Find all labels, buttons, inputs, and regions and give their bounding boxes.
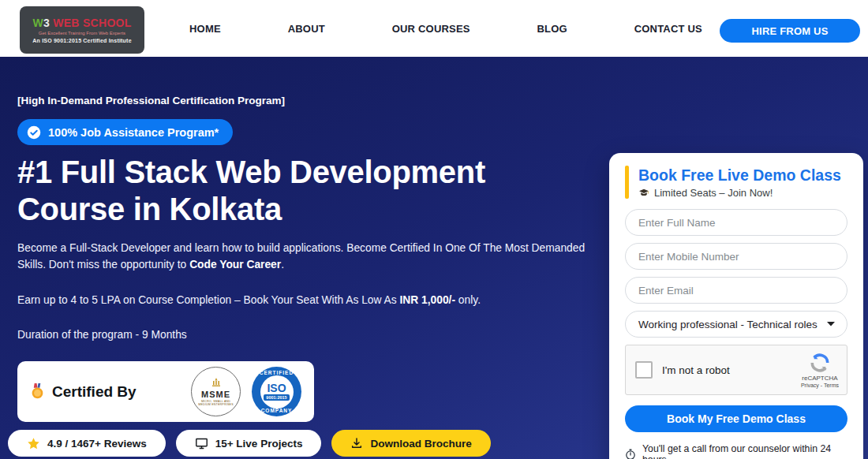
live-projects-label: 15+ Live Projects bbox=[215, 438, 303, 450]
download-brochure-label: Download Brochure bbox=[370, 438, 471, 450]
book-demo-submit-button[interactable]: Book My Free Demo Class bbox=[625, 405, 847, 432]
hire-from-us-button[interactable]: HIRE FROM US bbox=[720, 19, 860, 43]
recaptcha-brand-text: reCAPTCHA bbox=[802, 375, 837, 382]
msme-badge: MSME MICRO, SMALL AND MEDIUM ENTERPRISES bbox=[191, 367, 241, 416]
certified-by-label: Certified By bbox=[52, 383, 137, 401]
nav-item-blog[interactable]: BLOG bbox=[537, 23, 567, 35]
medal-icon bbox=[30, 383, 45, 400]
recaptcha-label: I'm not a robot bbox=[662, 364, 730, 376]
certified-by-card: Certified By MSME MICRO, SMALL AND MEDIU… bbox=[17, 361, 314, 422]
job-assistance-badge[interactable]: 100% Job Assistance Program* bbox=[17, 119, 233, 145]
check-circle-icon bbox=[27, 125, 41, 140]
hero-paragraph-1: Become a Full-Stack Developer and learn … bbox=[17, 241, 608, 274]
form-fields: Working professional - Technical roles I… bbox=[625, 209, 847, 459]
recaptcha-logo-icon bbox=[810, 353, 830, 373]
form-header: Book Free Live Demo Class Limited Seats … bbox=[625, 166, 847, 199]
main-nav: HOME ABOUT OUR COURSES BLOG CONTACT US bbox=[189, 0, 702, 57]
logo-iso-line: An ISO 9001:2015 Certified Institute bbox=[32, 38, 131, 43]
star-icon bbox=[27, 437, 40, 450]
form-subtitle-row: Limited Seats – Join Now! bbox=[638, 187, 841, 199]
reviews-label: 4.9 / 1467+ Reviews bbox=[47, 438, 147, 450]
recaptcha-branding: reCAPTCHA Privacy - Terms bbox=[801, 353, 839, 388]
program-duration-text: Duration of the program - 9 Months bbox=[17, 327, 608, 344]
recaptcha-widget: I'm not a robot reCAPTCHA Privacy - Term… bbox=[625, 345, 847, 395]
graduation-cap-icon bbox=[638, 188, 649, 198]
job-assistance-label: 100% Job Assistance Program* bbox=[48, 126, 219, 139]
stopwatch-icon bbox=[625, 449, 636, 459]
hero-pills-row: 4.9 / 1467+ Reviews 15+ Live Projects Do… bbox=[8, 430, 491, 457]
iso-badge-bottom-text: COMPANY bbox=[252, 408, 301, 413]
recaptcha-privacy-terms[interactable]: Privacy - Terms bbox=[801, 382, 839, 388]
logo-tagline: Get Excellent Training From Web Experts bbox=[39, 31, 125, 35]
form-title: Book Free Live Demo Class bbox=[638, 166, 841, 185]
counselor-note-text: You'll get a call from our counselor wit… bbox=[642, 443, 847, 459]
iso-badge-inner: ISO 9001:2015 bbox=[260, 375, 294, 409]
msme-subtext: MICRO, SMALL AND MEDIUM ENTERPRISES bbox=[197, 400, 235, 406]
certification-badges: MSME MICRO, SMALL AND MEDIUM ENTERPRISES… bbox=[191, 367, 301, 416]
msme-word: MSME bbox=[201, 390, 230, 399]
demo-class-form-card: Book Free Live Demo Class Limited Seats … bbox=[609, 153, 863, 459]
profession-select-value: Working professional - Technical roles bbox=[638, 319, 817, 330]
live-projects-pill[interactable]: 15+ Live Projects bbox=[176, 430, 322, 457]
accent-bar bbox=[625, 166, 629, 199]
mobile-number-input[interactable] bbox=[625, 243, 847, 270]
download-brochure-button[interactable]: Download Brochure bbox=[331, 430, 490, 457]
emblem-icon bbox=[210, 377, 223, 390]
form-notes: You'll get a call from our counselor wit… bbox=[625, 443, 847, 459]
nav-item-our-courses[interactable]: OUR COURSES bbox=[392, 23, 470, 35]
iso-badge-top-text: CERTIFIED bbox=[252, 370, 301, 375]
profession-select[interactable]: Working professional - Technical roles bbox=[625, 311, 847, 338]
iso-number: 9001:2015 bbox=[264, 394, 289, 401]
nav-item-contact-us[interactable]: CONTACT US bbox=[634, 23, 702, 35]
iso-badge: CERTIFIED ISO 9001:2015 COMPANY bbox=[252, 367, 301, 416]
counselor-note: You'll get a call from our counselor wit… bbox=[625, 443, 847, 459]
iso-label: ISO bbox=[267, 382, 286, 394]
top-header: W3 WEB SCHOOL Get Excellent Training Fro… bbox=[0, 0, 868, 57]
hero-kicker: [High In-Demand Professional Certificati… bbox=[17, 95, 285, 106]
full-name-input[interactable] bbox=[625, 209, 847, 236]
hero-section: [High In-Demand Professional Certificati… bbox=[0, 57, 868, 459]
site-logo[interactable]: W3 WEB SCHOOL Get Excellent Training Fro… bbox=[20, 6, 144, 54]
reviews-pill[interactable]: 4.9 / 1467+ Reviews bbox=[8, 430, 166, 457]
recaptcha-checkbox[interactable] bbox=[635, 361, 653, 379]
download-icon bbox=[350, 437, 363, 450]
page-title: #1 Full Stack Web Development Course in … bbox=[17, 154, 554, 228]
form-subtitle: Limited Seats – Join Now! bbox=[654, 187, 773, 199]
monitor-icon bbox=[195, 437, 208, 450]
chevron-down-icon bbox=[826, 321, 836, 327]
nav-item-home[interactable]: HOME bbox=[189, 23, 221, 35]
hero-paragraph-2: Earn up to 4 to 5 LPA on Course Completi… bbox=[17, 293, 608, 309]
logo-title: W3 WEB SCHOOL bbox=[32, 17, 131, 29]
nav-item-about[interactable]: ABOUT bbox=[288, 23, 325, 35]
email-input[interactable] bbox=[625, 277, 847, 304]
